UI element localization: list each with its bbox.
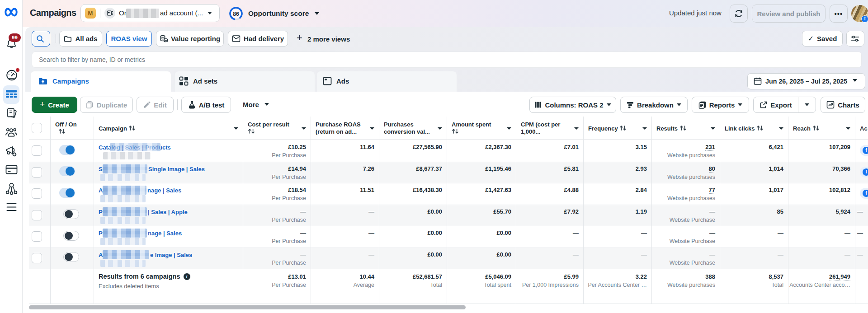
svg-text:86: 86 (233, 11, 239, 17)
